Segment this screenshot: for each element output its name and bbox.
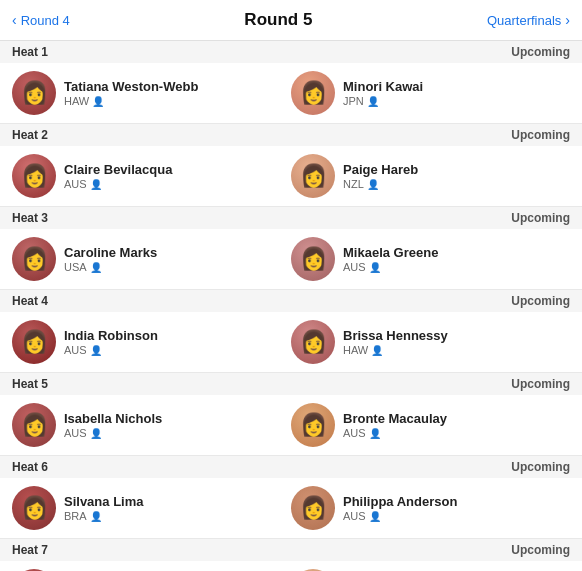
heat-label-7: Heat 7 bbox=[12, 543, 48, 557]
avatar-1-1: 👩 bbox=[12, 71, 56, 115]
competitor-info-5-2: Bronte MacaulayAUS👤 bbox=[343, 411, 447, 439]
heat-block-7: Heat 7Upcoming👩Pauline AdoFRA👤👩Macy Call… bbox=[0, 539, 582, 571]
competitor-country-3-2: AUS👤 bbox=[343, 261, 438, 273]
competitor-3-2[interactable]: 👩Mikaela GreeneAUS👤 bbox=[291, 237, 570, 281]
competitor-info-6-1: Silvana LimaBRA👤 bbox=[64, 494, 143, 522]
competitor-info-4-2: Brissa HennessyHAW👤 bbox=[343, 328, 448, 356]
current-round-title: Round 5 bbox=[244, 10, 312, 30]
avatar-6-2: 👩 bbox=[291, 486, 335, 530]
heat-block-6: Heat 6Upcoming👩Silvana LimaBRA👤👩Philippa… bbox=[0, 456, 582, 539]
profile-icon: 👤 bbox=[371, 345, 383, 356]
heat-header-2: Heat 2Upcoming bbox=[0, 124, 582, 146]
heat-status-5: Upcoming bbox=[511, 377, 570, 391]
competitor-1-1[interactable]: 👩Tatiana Weston-WebbHAW👤 bbox=[12, 71, 291, 115]
competitor-info-1-2: Minori KawaiJPN👤 bbox=[343, 79, 423, 107]
page-container: ‹ Round 4 Round 5 Quarterfinals › Heat 1… bbox=[0, 0, 582, 571]
avatar-4-1: 👩 bbox=[12, 320, 56, 364]
avatar-2-2: 👩 bbox=[291, 154, 335, 198]
competitor-info-6-2: Philippa AndersonAUS👤 bbox=[343, 494, 457, 522]
profile-icon: 👤 bbox=[367, 96, 379, 107]
heat-status-2: Upcoming bbox=[511, 128, 570, 142]
heat-status-1: Upcoming bbox=[511, 45, 570, 59]
competitor-2-2[interactable]: 👩Paige HarebNZL👤 bbox=[291, 154, 570, 198]
competitor-country-5-1: AUS👤 bbox=[64, 427, 162, 439]
competitor-5-2[interactable]: 👩Bronte MacaulayAUS👤 bbox=[291, 403, 570, 447]
competitor-name-6-2: Philippa Anderson bbox=[343, 494, 457, 509]
competitor-2-1[interactable]: 👩Claire BevilacquaAUS👤 bbox=[12, 154, 291, 198]
heat-block-2: Heat 2Upcoming👩Claire BevilacquaAUS👤👩Pai… bbox=[0, 124, 582, 207]
heat-header-1: Heat 1Upcoming bbox=[0, 41, 582, 63]
heat-content-4: 👩India RobinsonAUS👤👩Brissa HennessyHAW👤 bbox=[0, 312, 582, 372]
competitor-info-5-1: Isabella NicholsAUS👤 bbox=[64, 411, 162, 439]
profile-icon: 👤 bbox=[90, 428, 102, 439]
heat-header-5: Heat 5Upcoming bbox=[0, 373, 582, 395]
competitor-4-1[interactable]: 👩India RobinsonAUS👤 bbox=[12, 320, 291, 364]
competitor-country-5-2: AUS👤 bbox=[343, 427, 447, 439]
profile-icon: 👤 bbox=[90, 262, 102, 273]
profile-icon: 👤 bbox=[369, 428, 381, 439]
heat-block-1: Heat 1Upcoming👩Tatiana Weston-WebbHAW👤👩M… bbox=[0, 41, 582, 124]
competitor-country-6-1: BRA👤 bbox=[64, 510, 143, 522]
competitor-name-1-2: Minori Kawai bbox=[343, 79, 423, 94]
competitor-name-2-2: Paige Hareb bbox=[343, 162, 418, 177]
heat-block-4: Heat 4Upcoming👩India RobinsonAUS👤👩Brissa… bbox=[0, 290, 582, 373]
heat-content-6: 👩Silvana LimaBRA👤👩Philippa AndersonAUS👤 bbox=[0, 478, 582, 538]
prev-round-nav[interactable]: ‹ Round 4 bbox=[12, 12, 70, 28]
avatar-5-2: 👩 bbox=[291, 403, 335, 447]
competitor-country-4-1: AUS👤 bbox=[64, 344, 158, 356]
competitor-name-5-2: Bronte Macaulay bbox=[343, 411, 447, 426]
heat-content-2: 👩Claire BevilacquaAUS👤👩Paige HarebNZL👤 bbox=[0, 146, 582, 206]
competitor-1-2[interactable]: 👩Minori KawaiJPN👤 bbox=[291, 71, 570, 115]
profile-icon: 👤 bbox=[90, 511, 102, 522]
competitor-country-2-1: AUS👤 bbox=[64, 178, 172, 190]
heat-label-2: Heat 2 bbox=[12, 128, 48, 142]
competitor-name-6-1: Silvana Lima bbox=[64, 494, 143, 509]
competitor-name-3-2: Mikaela Greene bbox=[343, 245, 438, 260]
avatar-3-2: 👩 bbox=[291, 237, 335, 281]
competitor-country-4-2: HAW👤 bbox=[343, 344, 448, 356]
competitor-country-2-2: NZL👤 bbox=[343, 178, 418, 190]
heat-header-3: Heat 3Upcoming bbox=[0, 207, 582, 229]
heat-label-4: Heat 4 bbox=[12, 294, 48, 308]
competitor-info-1-1: Tatiana Weston-WebbHAW👤 bbox=[64, 79, 198, 107]
heat-header-7: Heat 7Upcoming bbox=[0, 539, 582, 561]
competitor-name-4-1: India Robinson bbox=[64, 328, 158, 343]
avatar-6-1: 👩 bbox=[12, 486, 56, 530]
profile-icon: 👤 bbox=[369, 262, 381, 273]
chevron-left-icon: ‹ bbox=[12, 12, 17, 28]
competitor-3-1[interactable]: 👩Caroline MarksUSA👤 bbox=[12, 237, 291, 281]
profile-icon: 👤 bbox=[369, 511, 381, 522]
avatar-2-1: 👩 bbox=[12, 154, 56, 198]
heat-label-5: Heat 5 bbox=[12, 377, 48, 391]
heat-block-3: Heat 3Upcoming👩Caroline MarksUSA👤👩Mikael… bbox=[0, 207, 582, 290]
profile-icon: 👤 bbox=[92, 96, 104, 107]
competitor-4-2[interactable]: 👩Brissa HennessyHAW👤 bbox=[291, 320, 570, 364]
heats-list: Heat 1Upcoming👩Tatiana Weston-WebbHAW👤👩M… bbox=[0, 41, 582, 571]
heat-header-6: Heat 6Upcoming bbox=[0, 456, 582, 478]
heat-label-6: Heat 6 bbox=[12, 460, 48, 474]
avatar-1-2: 👩 bbox=[291, 71, 335, 115]
navigation-header: ‹ Round 4 Round 5 Quarterfinals › bbox=[0, 0, 582, 41]
profile-icon: 👤 bbox=[90, 345, 102, 356]
competitor-name-2-1: Claire Bevilacqua bbox=[64, 162, 172, 177]
next-round-nav[interactable]: Quarterfinals › bbox=[487, 12, 570, 28]
avatar-3-1: 👩 bbox=[12, 237, 56, 281]
profile-icon: 👤 bbox=[90, 179, 102, 190]
heat-content-3: 👩Caroline MarksUSA👤👩Mikaela GreeneAUS👤 bbox=[0, 229, 582, 289]
heat-content-1: 👩Tatiana Weston-WebbHAW👤👩Minori KawaiJPN… bbox=[0, 63, 582, 123]
competitor-5-1[interactable]: 👩Isabella NicholsAUS👤 bbox=[12, 403, 291, 447]
competitor-info-3-1: Caroline MarksUSA👤 bbox=[64, 245, 157, 273]
heat-header-4: Heat 4Upcoming bbox=[0, 290, 582, 312]
competitor-6-1[interactable]: 👩Silvana LimaBRA👤 bbox=[12, 486, 291, 530]
competitor-info-4-1: India RobinsonAUS👤 bbox=[64, 328, 158, 356]
heat-label-1: Heat 1 bbox=[12, 45, 48, 59]
heat-block-5: Heat 5Upcoming👩Isabella NicholsAUS👤👩Bron… bbox=[0, 373, 582, 456]
competitor-info-3-2: Mikaela GreeneAUS👤 bbox=[343, 245, 438, 273]
competitor-country-1-2: JPN👤 bbox=[343, 95, 423, 107]
avatar-4-2: 👩 bbox=[291, 320, 335, 364]
competitor-6-2[interactable]: 👩Philippa AndersonAUS👤 bbox=[291, 486, 570, 530]
prev-round-label: Round 4 bbox=[21, 13, 70, 28]
heat-status-6: Upcoming bbox=[511, 460, 570, 474]
heat-status-4: Upcoming bbox=[511, 294, 570, 308]
profile-icon: 👤 bbox=[367, 179, 379, 190]
